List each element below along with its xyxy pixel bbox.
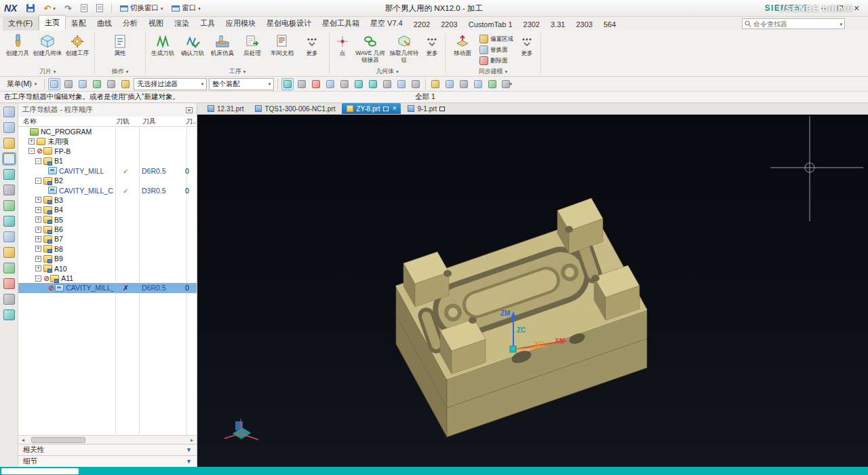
create-tool-button[interactable]: 创建刀具 [3, 31, 33, 57]
selection-filter-select[interactable]: 无选择过滤器▾ [134, 78, 207, 90]
constraint-navigator-icon[interactable] [3, 122, 15, 133]
float-tab-icon[interactable] [439, 107, 445, 111]
expander[interactable]: - [28, 148, 35, 154]
tab-starsky[interactable]: 星空 V7.4 [365, 16, 408, 31]
midpoint-snap-icon[interactable] [310, 78, 322, 90]
cursor-select-icon[interactable] [48, 78, 60, 90]
menu-button[interactable]: 菜单(M)▾ [3, 78, 41, 90]
tree-row-nc-program[interactable]: NC_PROGRAM [18, 127, 197, 136]
dependencies-section[interactable]: 相关性▼ [18, 444, 197, 455]
pin-panel-icon[interactable] [186, 107, 193, 113]
save-button[interactable] [24, 3, 37, 13]
offset-region-button[interactable]: 偏置区域 [477, 34, 515, 44]
general-selection-icon[interactable] [105, 78, 117, 90]
column-name[interactable]: 名称 [18, 117, 115, 126]
render-style-icon[interactable] [458, 78, 470, 90]
close-tab-icon[interactable]: × [393, 105, 397, 112]
part-tab-zy8-active[interactable]: ZY-8.prt× [342, 103, 401, 114]
delete-face-button[interactable]: 删除面 [477, 56, 515, 66]
tab-curve[interactable]: 曲线 [92, 16, 117, 31]
expander[interactable]: - [35, 276, 41, 282]
generate-toolpath-button[interactable]: 生成刀轨 [148, 31, 178, 57]
column-toolpath[interactable]: 刀轨 [115, 117, 138, 126]
view-orient-icon[interactable] [443, 78, 456, 90]
part-navigator-icon[interactable] [3, 138, 15, 149]
tab-application[interactable]: 应用模块 [220, 16, 261, 31]
create-geometry-button[interactable]: 创建几何体 [33, 31, 62, 57]
sync-more-button[interactable]: 更多 [515, 31, 538, 57]
point-on-face-snap-icon[interactable] [410, 78, 422, 90]
move-face-button[interactable]: 移动面 [448, 31, 477, 57]
tree-row-b4[interactable]: +B4 [18, 205, 197, 214]
close-button[interactable]: ✕ [849, 3, 864, 14]
machine-simulation-button[interactable]: 机床仿真 [208, 31, 237, 57]
tab-2203[interactable]: 2203 [435, 18, 462, 31]
maximize-button[interactable] [833, 3, 848, 14]
process-studio-icon[interactable] [3, 263, 15, 273]
tree-row-unused[interactable]: +未用项 [18, 136, 197, 146]
system-scenes-icon[interactable] [3, 309, 15, 320]
window-button[interactable]: 窗口▾ [169, 3, 203, 14]
tree-row-b3[interactable]: +B3 [18, 195, 197, 205]
control-point-snap-icon[interactable] [324, 78, 336, 90]
tab-331[interactable]: 3.31 [545, 18, 570, 31]
tree-row-cavity-mill[interactable]: CAVITY_MILL✓D6R0.50 [18, 166, 197, 176]
window-cascade-icon[interactable] [472, 78, 484, 90]
column-tool[interactable]: 刀具 [138, 117, 186, 126]
expander[interactable]: + [35, 246, 41, 252]
extract-geometry-button[interactable]: 抽取几何特征 [387, 31, 421, 63]
group-label-process[interactable]: 工序▾ [148, 67, 327, 76]
scroll-left-icon[interactable]: ◂ [18, 436, 28, 444]
part-tab-tqs1[interactable]: TQS1-300-006-NC1.prt [250, 103, 340, 114]
rectangle-select-icon[interactable] [62, 78, 75, 90]
hd3d-tools-icon[interactable] [3, 216, 15, 227]
wave-geometry-linker-button[interactable]: WAVE 几何链接器 [353, 31, 387, 63]
tab-2202[interactable]: 2202 [408, 18, 435, 31]
horizontal-scrollbar[interactable]: ◂ ▸ [18, 435, 197, 444]
tree-row-fp-b[interactable]: -⊘FP-B [18, 147, 197, 156]
paste-button[interactable] [94, 3, 106, 13]
group-label-geometry[interactable]: 几何体▾ [332, 67, 443, 76]
tree-row-b1[interactable]: -B1 [18, 156, 197, 166]
expander[interactable]: + [35, 197, 41, 203]
tab-file[interactable]: 文件(F) [3, 16, 39, 31]
part-tab-91[interactable]: 9-1.prt [403, 103, 450, 114]
tree-row-b7[interactable]: +B7 [18, 234, 197, 244]
show-hide-icon[interactable] [486, 78, 498, 90]
templates-icon[interactable] [3, 185, 15, 195]
tab-2302[interactable]: 2302 [518, 18, 545, 31]
command-finder-input[interactable] [753, 20, 837, 28]
tab-home[interactable]: 主页 [39, 15, 66, 31]
replace-face-button[interactable]: 替换面 [477, 45, 515, 55]
arc-center-snap-icon[interactable] [353, 78, 365, 90]
assembly-navigator-icon[interactable] [3, 107, 15, 117]
tree-row-b5[interactable]: +B5 [18, 215, 197, 225]
postprocess-button[interactable]: 后处理 [237, 31, 267, 57]
tree-row-a11[interactable]: -⊘A11 [18, 273, 197, 283]
expander[interactable]: + [28, 138, 35, 145]
tab-electrode-design[interactable]: 星创电极设计 [261, 16, 317, 31]
tab-tools[interactable]: 工具 [195, 16, 220, 31]
copy-button[interactable] [78, 3, 90, 13]
expander[interactable]: - [35, 178, 41, 184]
details-section[interactable]: 细节▼ [18, 455, 197, 467]
expander[interactable]: + [35, 227, 41, 233]
expander[interactable]: + [35, 256, 41, 262]
selection-scope-select[interactable]: 整个装配▾ [209, 78, 274, 90]
part-model[interactable] [396, 198, 647, 437]
tree-row-cavity-mill-c-selected[interactable]: ⊘CAVITY_MILL_C...✗D6R0.50 [18, 283, 197, 292]
graphics-viewport[interactable]: ZM ZC XC XM [197, 115, 868, 467]
polygon-select-icon[interactable] [77, 78, 89, 90]
geometry-more-button[interactable]: 更多 [421, 31, 443, 57]
tab-custom[interactable]: CustomTab 1 [463, 18, 518, 31]
shop-documentation-button[interactable]: 车间文档 [267, 31, 297, 57]
operation-navigator-icon[interactable] [3, 153, 15, 164]
tab-2303[interactable]: 2303 [570, 18, 597, 31]
tree-row-a10[interactable]: +A10 [18, 263, 197, 273]
tab-564[interactable]: 564 [598, 18, 621, 31]
endpoint-snap-icon[interactable] [296, 78, 308, 90]
quadrant-snap-icon[interactable] [367, 78, 379, 90]
expander[interactable]: + [35, 207, 41, 213]
group-label-sync[interactable]: 同步建模▾ [448, 67, 538, 76]
point-button[interactable]: 点 [332, 31, 353, 57]
